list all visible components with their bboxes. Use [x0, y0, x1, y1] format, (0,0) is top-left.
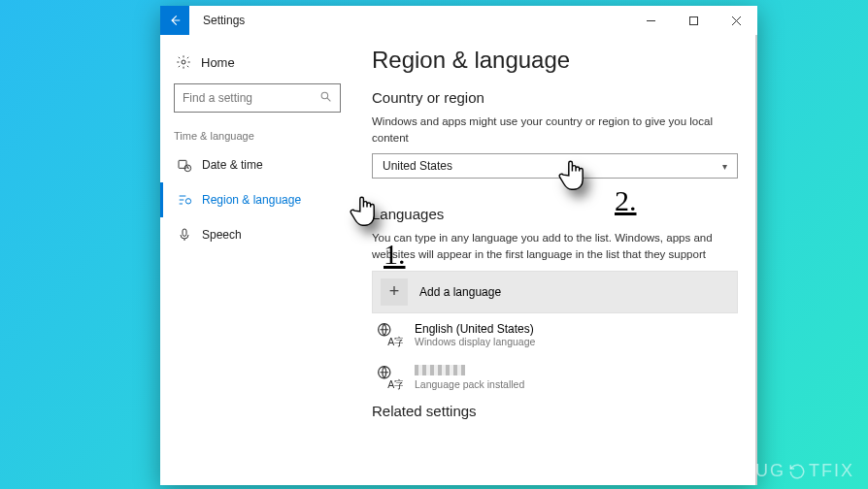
- search-icon: [319, 90, 332, 106]
- minimize-button[interactable]: [629, 6, 672, 35]
- country-dropdown[interactable]: United States ▾: [372, 153, 738, 179]
- language-name-redacted: [415, 365, 524, 378]
- add-language-label: Add a language: [419, 285, 501, 299]
- svg-rect-8: [183, 229, 186, 236]
- watermark: UG TFIX: [755, 461, 854, 481]
- globe-text-icon: [177, 192, 192, 208]
- chevron-down-icon: ▾: [722, 161, 727, 172]
- sidebar: Home Find a setting Time & language Date…: [160, 35, 354, 485]
- titlebar: Settings: [160, 6, 757, 35]
- country-description: Windows and apps might use your country …: [372, 114, 738, 146]
- plus-icon: +: [381, 278, 408, 306]
- sidebar-item-speech[interactable]: Speech: [160, 217, 354, 252]
- svg-rect-1: [689, 16, 697, 24]
- sidebar-item-label: Date & time: [202, 158, 263, 172]
- sidebar-item-label: Speech: [202, 228, 242, 242]
- close-button[interactable]: [715, 6, 757, 35]
- language-glyph-icon: A字: [376, 364, 403, 391]
- svg-point-3: [321, 92, 328, 99]
- language-subtext: Language pack installed: [415, 378, 524, 390]
- search-placeholder: Find a setting: [183, 91, 252, 105]
- language-subtext: Windows display language: [415, 336, 535, 347]
- language-name: English (United States): [415, 322, 535, 336]
- back-button[interactable]: [160, 6, 189, 35]
- section-related-heading: Related settings: [372, 403, 738, 419]
- sidebar-item-date-time[interactable]: Date & time: [160, 147, 354, 182]
- add-language-button[interactable]: + Add a language: [372, 271, 738, 313]
- sidebar-item-region-language[interactable]: Region & language: [160, 182, 354, 217]
- svg-line-4: [327, 98, 330, 101]
- content-pane: Region & language Country or region Wind…: [354, 35, 757, 485]
- sidebar-group-label: Time & language: [160, 124, 354, 147]
- window-title: Settings: [203, 14, 245, 27]
- language-row[interactable]: A字 Language pack installed: [372, 356, 738, 399]
- settings-window: Settings Home Find a setting: [160, 6, 757, 485]
- search-input[interactable]: Find a setting: [174, 83, 341, 113]
- sidebar-home[interactable]: Home: [160, 50, 354, 80]
- svg-rect-5: [179, 160, 186, 168]
- svg-text:A字: A字: [387, 377, 403, 389]
- country-dropdown-value: United States: [383, 159, 452, 173]
- gear-icon: [176, 54, 191, 70]
- svg-point-2: [182, 60, 185, 64]
- svg-text:A字: A字: [387, 335, 403, 346]
- sidebar-home-label: Home: [201, 55, 235, 70]
- sidebar-item-label: Region & language: [202, 193, 301, 207]
- section-country-heading: Country or region: [372, 89, 738, 106]
- maximize-button[interactable]: [672, 6, 715, 35]
- svg-point-7: [185, 199, 190, 204]
- microphone-icon: [177, 227, 192, 243]
- calendar-clock-icon: [177, 157, 192, 173]
- section-languages-heading: Languages: [372, 206, 738, 222]
- page-title: Region & language: [372, 47, 738, 74]
- language-row[interactable]: A字 English (United States) Windows displ…: [372, 313, 738, 356]
- language-glyph-icon: A字: [376, 321, 403, 348]
- languages-description: You can type in any language you add to …: [372, 230, 738, 262]
